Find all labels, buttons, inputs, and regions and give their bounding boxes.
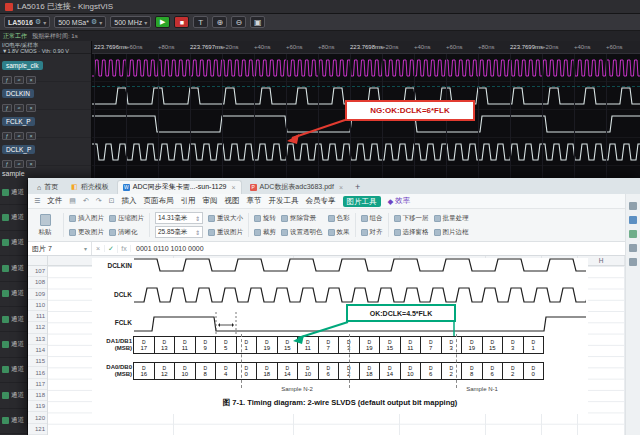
time-ruler[interactable]: 223.7696ms+60ns+80ns223.7697ms+20ns+40ns… — [92, 41, 640, 54]
name-box[interactable]: 图片 7 ▾ — [28, 242, 92, 255]
ribbon-button[interactable]: 批量处理 — [434, 212, 469, 225]
row-header[interactable]: 116 — [28, 367, 47, 378]
la-titlebar[interactable]: LA5016 已连接 - KingstVIS — [0, 0, 640, 14]
sidebar-icon[interactable] — [629, 244, 637, 252]
menu-item[interactable]: 引用 — [181, 196, 196, 206]
menu-efficiency[interactable]: ◆ 效率 — [388, 196, 411, 206]
embedded-picture[interactable]: DCLKIN DCLK FCLK DA1/DB1 (MSB) DA0/DB0 (… — [92, 258, 588, 414]
sample-rate-select[interactable]: 500 MSa* ⚙ ▾ — [54, 16, 106, 28]
gear-icon[interactable]: ⚙ — [91, 18, 97, 26]
row-header[interactable]: 120 — [28, 412, 47, 423]
sheet-area[interactable]: BCDEFGH 10710810911011111211311411511611… — [28, 256, 640, 435]
channel-strip-item[interactable]: 通道 — [0, 256, 27, 281]
ribbon-button[interactable]: 插入图片 — [69, 212, 104, 225]
enter-button[interactable]: ✓ — [105, 245, 118, 253]
ribbon-button[interactable]: 对齐 — [361, 226, 383, 239]
channel-strip-item[interactable]: 通道 — [0, 409, 27, 434]
menu-file[interactable]: 文件 — [47, 196, 62, 206]
waveform-icon[interactable]: ≈ — [14, 160, 24, 168]
ribbon-button[interactable]: 色彩 — [328, 212, 350, 225]
menu-item[interactable]: 开发工具 — [269, 196, 299, 206]
sidebar-icon[interactable] — [629, 230, 637, 238]
size-field[interactable]: 14.31毫米⇕ — [155, 212, 203, 224]
row-header[interactable]: 118 — [28, 390, 47, 401]
waveform-icon[interactable]: ≈ — [14, 132, 24, 140]
channel-strip-item[interactable]: 通道 — [0, 180, 27, 205]
waveform-area[interactable]: NG:OK:DCLK=6*FLK — [92, 54, 640, 180]
ribbon-button[interactable]: 清晰化 — [109, 226, 144, 239]
stop-capture-button[interactable]: ■ — [174, 16, 189, 28]
row-header[interactable]: 111 — [28, 311, 47, 322]
gear-icon[interactable]: ⚙ — [35, 18, 41, 26]
menu-item[interactable]: 视图 — [225, 196, 240, 206]
sidebar-icon[interactable] — [629, 258, 637, 266]
zoom-fit-button[interactable]: ▣ — [250, 16, 265, 28]
channel-label[interactable]: sample_clk — [2, 61, 43, 70]
row-header[interactable]: 115 — [28, 356, 47, 367]
ribbon-button[interactable]: 裁剪 — [254, 226, 276, 239]
row-header[interactable]: 121 — [28, 424, 47, 435]
hamburger-icon[interactable]: ☰ — [34, 197, 40, 205]
paste-button[interactable]: 粘贴 — [32, 211, 58, 239]
close-icon[interactable]: × — [339, 184, 343, 191]
ribbon-button[interactable]: 下移一层 — [394, 212, 429, 225]
size-field[interactable]: 25.85毫米⇕ — [155, 226, 203, 238]
new-tab-button[interactable]: + — [351, 182, 364, 194]
menu-item[interactable]: 审阅 — [203, 196, 218, 206]
ribbon-button[interactable]: 选择窗格 — [394, 226, 429, 239]
channel-strip-item[interactable]: 通道 — [0, 332, 27, 357]
row-header[interactable]: 112 — [28, 322, 47, 333]
waveform-icon[interactable]: ≈ — [14, 76, 24, 84]
zoom-in-button[interactable]: ⊕ — [212, 16, 227, 28]
ribbon-button[interactable]: 更改图片 — [69, 226, 104, 239]
undo-icon[interactable]: ↶ — [83, 197, 89, 205]
menu-item[interactable]: 会员专享 — [306, 196, 336, 206]
menu-item[interactable]: 页面布局 — [144, 196, 174, 206]
menu-picture-tools[interactable]: 图片工具 — [343, 196, 381, 207]
channel-strip-item[interactable]: 通道 — [0, 231, 27, 256]
close-icon[interactable]: × — [231, 184, 235, 191]
channel-panel-header[interactable]: I/O电平/采样率 ▼1.8V CMOS · Vth: 0.90 V — [0, 41, 91, 54]
document-tab[interactable]: PADC数据表adc3683.pdf× — [245, 181, 348, 194]
document-tab[interactable]: WADC同步采集卡需...-sun-1129× — [117, 180, 242, 194]
ribbon-button[interactable]: 组合 — [361, 212, 383, 225]
trigger-button[interactable]: T — [193, 16, 208, 28]
function-icon[interactable]: ƒ — [2, 132, 12, 140]
sidebar-icon[interactable] — [629, 202, 637, 210]
channel-strip-item[interactable]: 通道 — [0, 383, 27, 408]
ribbon-button[interactable]: 重设大小 — [208, 212, 243, 225]
channel-strip-item[interactable]: 通道 — [0, 282, 27, 307]
row-header[interactable]: 119 — [28, 401, 47, 412]
fx-button[interactable]: fx — [118, 245, 131, 252]
ribbon-button[interactable]: 旋转 — [254, 212, 276, 225]
row-header[interactable]: 117 — [28, 379, 47, 390]
menu-item[interactable]: 章节 — [247, 196, 262, 206]
save-icon[interactable]: ▤ — [69, 197, 76, 205]
row-header[interactable]: 114 — [28, 345, 47, 356]
function-icon[interactable]: ƒ — [2, 76, 12, 84]
channel-strip-item[interactable]: 通道 — [0, 205, 27, 230]
channel-label[interactable]: FCLK_P — [2, 117, 35, 126]
row-header[interactable]: 109 — [28, 289, 47, 300]
row-header[interactable]: 110 — [28, 300, 47, 311]
formula-content[interactable]: 0001 0110 1010 0000 — [131, 245, 209, 252]
zoom-out-button[interactable]: ⊖ — [231, 16, 246, 28]
channel-label[interactable]: DCLKIN — [2, 89, 34, 98]
clear-icon[interactable]: × — [26, 132, 36, 140]
start-capture-button[interactable]: ▶ — [155, 16, 170, 28]
tab-home[interactable]: ⌂ 首页 — [32, 181, 63, 194]
tab-docer[interactable]: ◧ 稻壳模板 — [66, 181, 114, 194]
channel-label[interactable]: DCLK_P — [2, 145, 35, 154]
redo-icon[interactable]: ↷ — [96, 197, 102, 205]
ribbon-button[interactable]: 图片边框 — [434, 226, 469, 239]
ribbon-button[interactable]: 压缩图片 — [109, 212, 144, 225]
bandwidth-select[interactable]: 500 MHz ▾ — [110, 16, 151, 28]
ribbon-button[interactable]: 抠除背景 — [281, 212, 323, 225]
waveform-icon[interactable]: ≈ — [14, 104, 24, 112]
ribbon-button[interactable]: 重设图片 — [208, 226, 243, 239]
row-header[interactable]: 107 — [28, 266, 47, 277]
clear-icon[interactable]: × — [26, 104, 36, 112]
device-select[interactable]: LA5016 ⚙ ▾ — [4, 16, 50, 28]
clear-icon[interactable]: × — [26, 76, 36, 84]
clear-icon[interactable]: × — [26, 160, 36, 168]
